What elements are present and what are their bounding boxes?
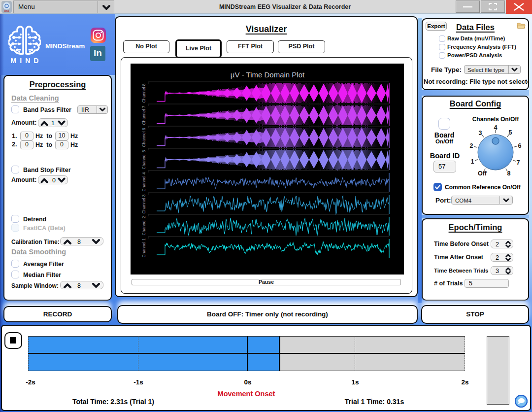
- svg-text:4: 4: [494, 124, 498, 131]
- svg-text:3: 3: [479, 130, 482, 137]
- svg-text:Channel 6: Channel 6: [141, 128, 146, 147]
- svg-text:Channel 8: Channel 8: [141, 83, 146, 103]
- svg-text:µV - Time Domain Plot: µV - Time Domain Plot: [231, 70, 305, 79]
- svg-text:Channel 2: Channel 2: [141, 216, 146, 235]
- svg-text:2: 2: [470, 142, 473, 149]
- svg-text:Channel 3: Channel 3: [141, 194, 146, 213]
- svg-text:Channel 5: Channel 5: [141, 150, 146, 169]
- svg-text:Off: Off: [478, 170, 487, 177]
- svg-text:7: 7: [517, 159, 520, 166]
- svg-text:5: 5: [509, 129, 512, 136]
- svg-text:6: 6: [518, 142, 522, 149]
- svg-text:MIND: MIND: [4, 10, 9, 12]
- svg-text:Channel 7: Channel 7: [141, 105, 146, 125]
- svg-text:Channel 4: Channel 4: [141, 172, 146, 191]
- svg-text:1: 1: [471, 158, 474, 165]
- svg-text:Channel 1: Channel 1: [141, 238, 146, 257]
- svg-text:8: 8: [507, 170, 511, 177]
